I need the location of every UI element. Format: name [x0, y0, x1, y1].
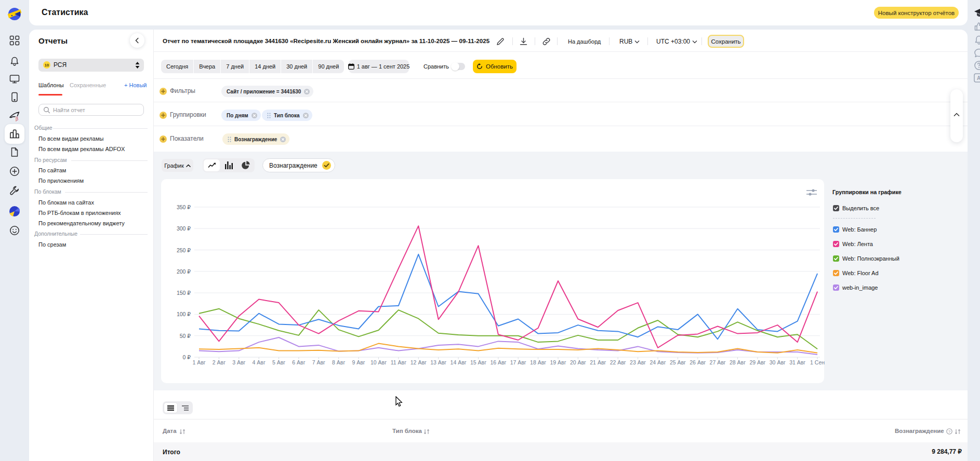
svg-text:11 Авг: 11 Авг [391, 359, 406, 365]
svg-text:5 Авг: 5 Авг [272, 359, 285, 365]
svg-text:0 ₽: 0 ₽ [183, 354, 191, 360]
svg-text:23 Авг: 23 Авг [630, 359, 646, 365]
svg-text:250 ₽: 250 ₽ [177, 247, 191, 253]
svg-text:12 Авг: 12 Авг [410, 359, 427, 365]
svg-text:100 ₽: 100 ₽ [177, 311, 191, 317]
svg-text:15 Авг: 15 Авг [470, 359, 486, 365]
svg-text:AI: AI [977, 75, 980, 81]
svg-text:26 Авг: 26 Авг [690, 359, 706, 365]
svg-text:350 ₽: 350 ₽ [177, 204, 191, 210]
svg-text:30 Авг: 30 Авг [770, 359, 786, 365]
svg-text:29 Авг: 29 Авг [749, 359, 765, 365]
svg-text:17 Авг: 17 Авг [510, 359, 526, 365]
svg-text:24 Авг: 24 Авг [650, 359, 666, 365]
svg-text:21 Авг: 21 Авг [590, 359, 606, 365]
svg-text:28 Авг: 28 Авг [730, 359, 746, 365]
svg-text:?: ? [948, 429, 951, 434]
svg-text:7 Авг: 7 Авг [312, 359, 325, 365]
svg-text:3 Авг: 3 Авг [232, 359, 245, 365]
svg-text:9 Авг: 9 Авг [352, 359, 365, 365]
svg-text:4 Авг: 4 Авг [253, 359, 266, 365]
svg-text:19 Авг: 19 Авг [550, 359, 566, 365]
svg-text:16 Авг: 16 Авг [490, 359, 506, 365]
svg-text:14 Авг: 14 Авг [451, 359, 467, 365]
svg-text:27 Авг: 27 Авг [710, 359, 726, 365]
svg-text:β: β [16, 116, 18, 121]
svg-text:6 Авг: 6 Авг [292, 359, 305, 365]
svg-text:10 Авг: 10 Авг [370, 359, 387, 365]
svg-text:1 Сен: 1 Сен [810, 359, 825, 365]
svg-text:2 Авг: 2 Авг [213, 359, 226, 365]
svg-text:50 ₽: 50 ₽ [180, 333, 191, 339]
svg-text:150 ₽: 150 ₽ [177, 290, 191, 296]
svg-text:31 Авг: 31 Авг [789, 359, 805, 365]
svg-text:18 Авг: 18 Авг [530, 359, 546, 365]
svg-text:300 ₽: 300 ₽ [177, 225, 191, 232]
svg-text:1 Авг: 1 Авг [192, 359, 205, 365]
svg-text:8 Авг: 8 Авг [332, 359, 345, 365]
svg-text:200 ₽: 200 ₽ [177, 268, 191, 275]
svg-text:20 Авг: 20 Авг [570, 359, 586, 365]
svg-text:13 Авг: 13 Авг [430, 359, 446, 365]
svg-text:25 Авг: 25 Авг [670, 359, 686, 365]
svg-text:22 Авг: 22 Авг [610, 359, 626, 365]
